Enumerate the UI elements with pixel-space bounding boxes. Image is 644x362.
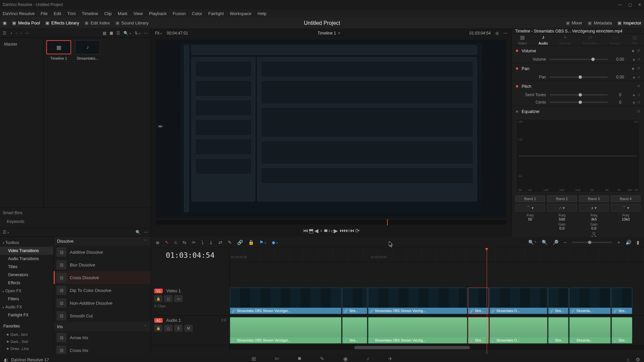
page-edit[interactable]: ≡ <box>298 356 301 362</box>
inspector-button[interactable]: ▣Inspector <box>618 20 641 25</box>
pool-item-timeline-1[interactable]: ▦Timeline 1 <box>46 40 71 60</box>
menu-workspace[interactable]: Workspace <box>230 11 252 16</box>
view-list-icon[interactable]: ☰ <box>116 31 120 36</box>
fx-item[interactable]: ▨Smooth Cut <box>54 309 151 322</box>
video-track-lane[interactable]: 🔗Streamlabs OBS Stream Verzöger...🔗Stre.… <box>230 286 644 316</box>
zoom-in-icon[interactable]: + <box>618 240 620 245</box>
single-viewer-icon[interactable]: ▭ <box>331 228 336 234</box>
eq-band-1-shape[interactable]: ⌒ ▾ <box>515 204 545 212</box>
viewer-title[interactable]: Timeline 1 <box>318 31 336 36</box>
maximize-icon[interactable]: ▢ <box>628 2 632 7</box>
bin-menu[interactable] <box>10 32 12 35</box>
menu-clip[interactable]: Clip <box>104 11 112 16</box>
audio-clip[interactable]: 🔗Streamlabs OBS Stream Verzöger... <box>230 317 341 344</box>
a1-solo-icon[interactable]: S <box>174 325 182 331</box>
v1-autoselect-icon[interactable]: ◻ <box>164 295 172 302</box>
sort-icon[interactable]: ⇅ <box>135 31 141 36</box>
pan-value[interactable]: 0.00 <box>611 75 629 79</box>
fx-cat-titles[interactable]: Titles <box>0 263 53 271</box>
fx-item[interactable]: ▨Arrow Iris <box>54 331 151 344</box>
volume-value[interactable]: 0.00 <box>611 57 629 62</box>
audio-monitor-icon[interactable]: 🔊 <box>626 240 631 245</box>
project-settings-icon[interactable]: ⚙ <box>636 357 640 362</box>
fx-group-toolbox[interactable]: Toolbox <box>0 239 53 247</box>
fx-more-icon[interactable]: ⋯ <box>144 230 148 235</box>
page-media[interactable]: ⊞ <box>252 356 256 362</box>
fx-item[interactable]: ▨Additive Dissolve <box>54 246 151 258</box>
more-icon[interactable]: ⋯ <box>25 31 29 36</box>
bin-master[interactable]: Master <box>2 40 41 49</box>
effects-library-button[interactable]: ▣Effects Library <box>45 20 79 25</box>
menu-fairlight[interactable]: Fairlight <box>208 11 224 16</box>
volume-keyframe-icon[interactable]: ◆ <box>632 49 634 53</box>
favorite-item[interactable]: ★ Dark...Text <box>0 338 53 345</box>
blade-tool[interactable]: ✂ <box>192 240 196 245</box>
fx-cat-generators[interactable]: Generators <box>0 271 53 279</box>
eq-band-3-shape[interactable]: ∧ ▾ <box>579 204 609 212</box>
custom-zoom-icon[interactable]: 🔎 <box>553 240 558 245</box>
home-icon[interactable]: ⌂ <box>627 357 630 362</box>
meter-icon[interactable]: ▮ <box>637 240 639 245</box>
marker-tool[interactable]: ◆ <box>272 240 278 245</box>
audio-clip[interactable]: 🔗Stre... <box>548 317 569 344</box>
fx-item[interactable]: ▨Blur Dissolve <box>54 258 151 271</box>
menu-trim[interactable]: Trim <box>67 11 76 16</box>
fx-cat-audio-transitions[interactable]: Audio Transitions <box>0 255 53 263</box>
audio-clip[interactable]: 🔗Stre... <box>468 317 489 344</box>
favorite-item[interactable]: ★ Draw...Line <box>0 345 53 352</box>
video-clip[interactable]: 🔗Stre... <box>548 288 569 314</box>
media-pool-button[interactable]: ▣Media Pool <box>12 20 40 25</box>
link-tool[interactable]: 🔗 <box>237 240 243 245</box>
sound-library-button[interactable]: ▣Sound Library <box>115 20 149 25</box>
menu-view[interactable]: View <box>133 11 143 16</box>
metadata-button[interactable]: ▣Metadata <box>588 20 612 25</box>
menu-edit[interactable]: Edit <box>54 11 61 16</box>
replace-tool[interactable]: ⇄ <box>218 240 222 245</box>
menu-davinci-resolve[interactable]: DaVinci Resolve <box>3 11 35 16</box>
bin-list-icon[interactable]: ☰ <box>3 31 6 36</box>
page-cut[interactable]: ✄ <box>275 356 279 362</box>
fx-group-open-fx[interactable]: Open FX <box>0 287 53 295</box>
fx-panel-menu[interactable]: ☰ <box>3 230 9 235</box>
razor-tool[interactable]: ✎ <box>228 240 232 245</box>
video-clip[interactable]: 🔗Streamlabs O... <box>489 288 547 314</box>
menu-playback[interactable]: Playback <box>149 11 167 16</box>
fx-cat-fairlight-fx[interactable]: Fairlight FX <box>0 311 53 319</box>
fx-item[interactable]: ▨Dip To Color Dissolve <box>54 284 151 297</box>
page-deliver[interactable]: ✈ <box>388 356 392 362</box>
detail-zoom-icon[interactable]: 🔍 <box>542 240 547 245</box>
menu-timeline[interactable]: Timeline <box>82 11 98 16</box>
eq-band-2-shape[interactable]: ∩ ▾ <box>547 204 577 212</box>
fx-cat-video-transitions[interactable]: Video Transitions <box>0 247 53 255</box>
prev-clip-icon[interactable]: ⏮ <box>349 228 355 234</box>
page-fusion[interactable]: ✎ <box>320 356 324 362</box>
fx-item[interactable]: ▨Non-Additive Dissolve <box>54 297 151 309</box>
toggle-layout-icon[interactable]: ▣ <box>3 20 7 25</box>
dynamic-trim-tool[interactable]: ⇆ <box>182 240 186 245</box>
video-clip[interactable]: 🔗Streamlabs OBS Stream Verzöger... <box>230 288 341 314</box>
page-fairlight[interactable]: ♪ <box>367 356 369 362</box>
skip-to-end-icon[interactable]: ⏭ <box>158 123 163 129</box>
volume-reset-icon[interactable]: ↺ <box>637 49 640 53</box>
timeline-timecode[interactable]: 01:03:04:54 <box>151 248 229 262</box>
nav-fwd-icon[interactable]: › <box>20 31 22 36</box>
playhead[interactable] <box>487 248 487 354</box>
nav-back-icon[interactable]: ‹ <box>16 31 17 36</box>
eq-band-3-toggle[interactable]: Band 3 <box>579 195 609 202</box>
audio-clip[interactable]: 🔗Streamlabs O... <box>489 317 547 344</box>
overwrite-tool[interactable]: ⤓ <box>209 240 213 245</box>
flag-tool[interactable]: ⚑ <box>259 240 266 245</box>
eq-band-4-shape[interactable]: ⌒ ▾ <box>611 204 641 212</box>
viewer-more-icon[interactable]: ⋯ <box>503 31 507 36</box>
fx-group-audio-fx[interactable]: Audio FX <box>0 303 53 311</box>
zoom-slider[interactable] <box>572 242 612 243</box>
smart-bin-keywords[interactable]: Keywords <box>3 218 148 225</box>
search-icon[interactable]: 🔍 <box>123 31 131 36</box>
menu-fusion[interactable]: Fusion <box>173 11 186 16</box>
pan-slider[interactable] <box>549 76 608 78</box>
eq-band-2-toggle[interactable]: Band 2 <box>547 195 577 202</box>
trim-tool[interactable]: ⎌ <box>174 240 177 245</box>
fx-cat-filters[interactable]: Filters <box>0 295 53 303</box>
a1-autoselect-icon[interactable]: ◻ <box>164 325 172 331</box>
favorite-item[interactable]: ★ Dark...hird <box>0 331 53 338</box>
